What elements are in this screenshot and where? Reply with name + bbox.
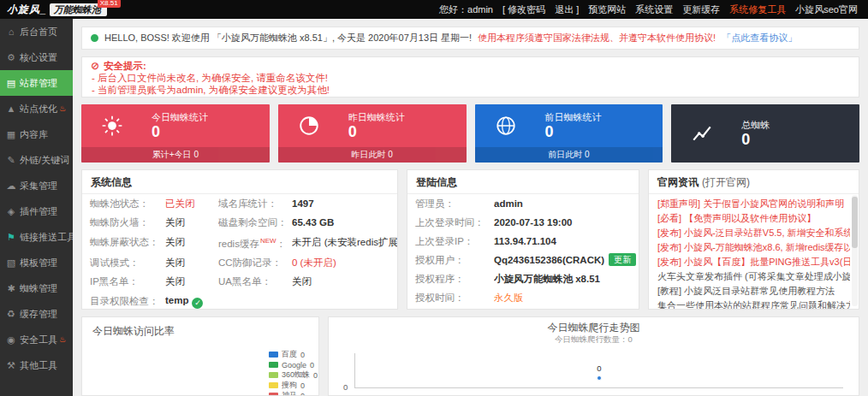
sidebar-item-collect[interactable]: ☁ 采集管理 bbox=[0, 173, 73, 198]
security-tips-box: ⊘ 安全提示: - 后台入口文件尚未改名, 为确保安全, 请重命名该文件! - … bbox=[81, 56, 859, 98]
main-content: HELLO, BOSS! 欢迎使用 「小旋风万能蜘蛛池 x8.51」, 今天是 … bbox=[73, 19, 868, 396]
data-point bbox=[597, 375, 602, 381]
field-label: 蜘蛛防火墙： bbox=[82, 213, 165, 232]
app-window: 小旋风_ 万能蜘蛛池 X8.51 您好：admin [ 修改密码 退出 ] 预览… bbox=[0, 0, 868, 396]
field-value: 小旋风万能蜘蛛池 x8.51 bbox=[494, 274, 600, 284]
topbar: 小旋风_ 万能蜘蛛池 X8.51 您好：admin [ 修改密码 退出 ] 预览… bbox=[0, 0, 868, 19]
sidebar-item-plugins[interactable]: ◈ 插件管理 bbox=[0, 198, 73, 224]
table-row: 管理员： admin bbox=[407, 194, 639, 213]
news-title-text: 官网资讯 bbox=[657, 176, 699, 188]
table-row: 调试模式： 关闭 CC防御记录： 0 (未开启) bbox=[82, 253, 397, 272]
trend-icon bbox=[690, 121, 714, 145]
field-label: 授权程序： bbox=[407, 269, 494, 288]
shield-icon: ◉ bbox=[5, 334, 17, 346]
sidebar: ⌂ 后台首页 ⚙ 核心设置 ▤ 站群管理 ▲ 站点优化 ♨ ▦ 内容库 ✎ 外链… bbox=[0, 19, 73, 396]
legend-item: 神马 0 bbox=[269, 391, 319, 396]
field-label: 授权用户： bbox=[407, 251, 494, 269]
field-label: CC防御记录： bbox=[218, 253, 292, 272]
field-value: 2020-07-13 19:00 bbox=[494, 217, 572, 228]
stat-card-value: 0 bbox=[545, 123, 602, 140]
agreement-link[interactable]: 「点此查看协议」 bbox=[722, 32, 797, 44]
template-icon: ▧ bbox=[5, 257, 17, 269]
news-item[interactable]: 集合一些使用本站的站群程序常见问题和解决方法 bbox=[657, 298, 850, 310]
home-icon: ⌂ bbox=[5, 27, 17, 37]
stat-card-value: 0 bbox=[152, 123, 208, 140]
field-label: 上次登录时间： bbox=[407, 213, 494, 232]
login-info-table: 管理员： admin 上次登录时间： 2020-07-13 19:00 上次登录… bbox=[407, 194, 639, 307]
news-item[interactable]: [教程] 小旋风泛目录站群常见使用教程方法 bbox=[657, 284, 850, 298]
security-tip-line: - 当前管理员账号为admin, 为确保安全建议更改为其他! bbox=[91, 84, 850, 96]
table-row: 蜘蛛屏蔽状态： 关闭 redis缓存NEW： 未开启 (未安装redis扩展) bbox=[82, 232, 397, 253]
field-label: 磁盘剩余空间： bbox=[218, 213, 292, 232]
update-button[interactable]: 更新 bbox=[609, 253, 636, 266]
news-item[interactable]: [发布] 小旋风-万能蜘蛛池x8.6, 新增redis缓存以及多项功能 bbox=[657, 240, 850, 255]
stat-card-title: 昨日蜘蛛统计 bbox=[348, 111, 405, 123]
pencil-icon: ✎ bbox=[5, 155, 17, 166]
news-item[interactable]: [发布] 小旋风【百度】批量PING推送工具v3(日推送量百万) bbox=[657, 255, 850, 269]
spider-icon: ✱ bbox=[5, 283, 17, 294]
status-dot-icon bbox=[91, 34, 98, 42]
sidebar-item-core-settings[interactable]: ⚙ 核心设置 bbox=[0, 44, 73, 70]
news-item[interactable]: [必看] 【免责声明以及软件使用协议】 bbox=[657, 211, 850, 226]
stat-card-footer: 累计+今日 0 bbox=[81, 147, 270, 163]
news-item[interactable]: 火车头文章发布插件 (可将采集文章处理成小旋风支持的格式) bbox=[657, 269, 850, 284]
stat-card-value: 0 bbox=[741, 131, 770, 148]
change-password-link[interactable]: [ 修改密码 bbox=[502, 3, 545, 16]
legend-item: 百度 0 bbox=[269, 350, 319, 359]
stat-card-footer: 前日此时 0 bbox=[475, 147, 663, 163]
security-tips-title: ⊘ 安全提示: bbox=[91, 60, 850, 72]
legend-value: 0 bbox=[300, 351, 305, 359]
globe-icon bbox=[494, 114, 518, 138]
legend-item: 搜狗 0 bbox=[269, 381, 319, 390]
sidebar-item-templates[interactable]: ▧ 模板管理 bbox=[0, 250, 73, 275]
chart-title: 今日蜘蛛访问比率 bbox=[82, 317, 318, 340]
refresh-cache-link[interactable]: 更新缓存 bbox=[682, 3, 720, 16]
news-list: [郑重声明] 关于假冒小旋风官网的说明和声明 [必看] 【免责声明以及软件使用协… bbox=[649, 194, 859, 310]
field-label: 蜘蛛池状态： bbox=[82, 194, 165, 213]
chart-subtitle: 今日蜘蛛爬行数量：0 bbox=[329, 334, 859, 345]
panel-title: 登陆信息 bbox=[407, 170, 639, 194]
sidebar-item-label: 核心设置 bbox=[20, 51, 57, 64]
preview-site-link[interactable]: 预览网站 bbox=[588, 3, 626, 16]
logout-link[interactable]: 退出 ] bbox=[555, 3, 579, 16]
field-label: 上次登录IP： bbox=[407, 232, 494, 251]
table-row: 蜘蛛防火墙： 关闭 磁盘剩余空间： 65.43 GB bbox=[82, 213, 397, 232]
sidebar-item-security-tools[interactable]: ◉ 安全工具 ♨ bbox=[0, 327, 73, 352]
field-label: 蜘蛛屏蔽状态： bbox=[82, 232, 165, 253]
legend-value: 0 bbox=[313, 371, 318, 380]
stat-cards-row: 今日蜘蛛统计 0 累计+今日 0 昨日蜘蛛统计 0 昨日此时 0 bbox=[81, 104, 859, 163]
data-point-label: 0 bbox=[597, 363, 601, 373]
sidebar-item-links-keywords[interactable]: ✎ 外链/关键词 bbox=[0, 147, 73, 173]
table-row: IP黑名单： 关闭 UA黑名单： 关闭 bbox=[82, 272, 397, 291]
official-site-link[interactable]: 小旋风seo官网 bbox=[795, 3, 858, 16]
hot-flame-icon: ♨ bbox=[59, 335, 66, 344]
sidebar-item-other-tools[interactable]: ⚒ 其他工具 bbox=[0, 352, 73, 378]
sidebar-item-spiders[interactable]: ✱ 蜘蛛管理 bbox=[0, 275, 73, 301]
scrollbar-thumb[interactable] bbox=[852, 197, 858, 248]
y-axis-tick: 0 bbox=[343, 382, 348, 392]
sidebar-item-link-push[interactable]: ⚑ 链接推送工具 bbox=[0, 224, 73, 250]
repair-tool-link[interactable]: 系统修复工具 bbox=[729, 3, 786, 16]
sidebar-item-site-group[interactable]: ▤ 站群管理 bbox=[0, 70, 73, 96]
table-row: 蜘蛛池状态： 已关闭 域名库统计： 1497 bbox=[82, 194, 397, 213]
field-label: 管理员： bbox=[407, 194, 494, 213]
sidebar-item-cache[interactable]: ♻ 缓存管理 bbox=[0, 301, 73, 327]
sidebar-item-dashboard[interactable]: ⌂ 后台首页 bbox=[0, 19, 73, 44]
field-value: 0 (未开启) bbox=[292, 257, 336, 268]
news-item[interactable]: [郑重声明] 关于假冒小旋风官网的说明和声明 bbox=[657, 197, 850, 211]
news-item[interactable]: [发布] 小旋风-泛目录站群V5.5, 新增安全和系统修复工具等 bbox=[657, 226, 850, 240]
sidebar-item-label: 链接推送工具 bbox=[20, 231, 73, 244]
open-official-site-link[interactable]: (打开官网) bbox=[702, 176, 750, 188]
stat-card-title: 总蜘蛛 bbox=[741, 119, 770, 131]
sidebar-item-label: 安全工具 bbox=[20, 334, 57, 346]
version-badge: X8.51 bbox=[98, 0, 121, 8]
system-settings-link[interactable]: 系统设置 bbox=[635, 3, 673, 16]
stat-card-day-before: 前日蜘蛛统计 0 前日此时 0 bbox=[475, 104, 663, 163]
sidebar-item-content-library[interactable]: ▦ 内容库 bbox=[0, 121, 73, 147]
check-icon: ✓ bbox=[192, 298, 203, 309]
field-value: Qq2436152386(CRACK) bbox=[494, 255, 604, 265]
sidebar-item-site-optimize[interactable]: ▲ 站点优化 ♨ bbox=[0, 96, 73, 121]
field-value: admin bbox=[494, 198, 523, 209]
field-label: UA黑名单： bbox=[218, 272, 292, 291]
sun-spider-icon bbox=[100, 114, 124, 138]
